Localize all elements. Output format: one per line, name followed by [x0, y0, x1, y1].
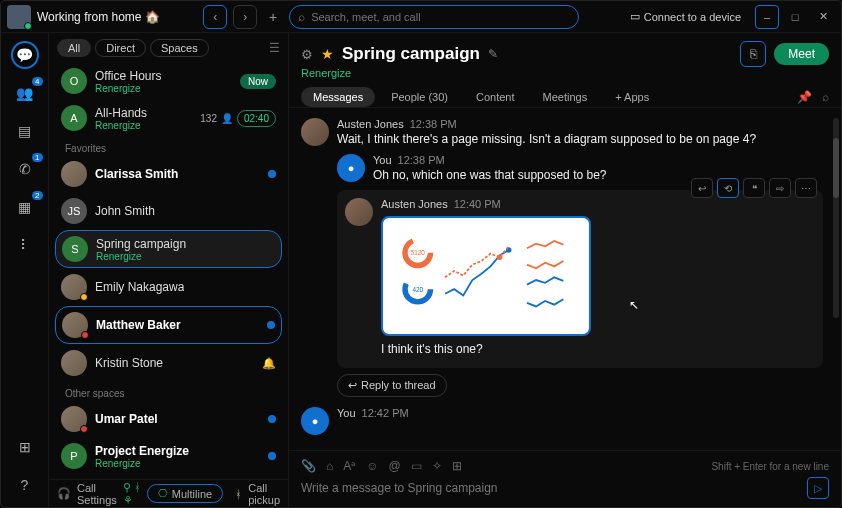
- tab-messages[interactable]: Messages: [301, 87, 375, 107]
- home-icon: 🏠: [145, 10, 160, 24]
- list-title: John Smith: [95, 204, 155, 218]
- emoji-icon[interactable]: ☺: [366, 459, 378, 473]
- scrollbar[interactable]: [833, 118, 839, 318]
- rail-contacts[interactable]: ▤: [11, 117, 39, 145]
- message: Austen Jones12:38 PM Wait, I think there…: [301, 118, 823, 146]
- close-button[interactable]: ✕: [811, 5, 835, 29]
- space-avatar: S: [62, 236, 88, 262]
- list-item[interactable]: Kristin Stone 🔔: [55, 345, 282, 381]
- reaction-forward-icon[interactable]: ⟲: [717, 178, 739, 198]
- global-search[interactable]: ⌕: [289, 5, 579, 29]
- pencil-icon[interactable]: ✎: [488, 47, 498, 61]
- tab-meetings[interactable]: Meetings: [531, 87, 600, 107]
- screenshot-icon[interactable]: ⌂: [326, 459, 333, 473]
- search-input[interactable]: [311, 11, 570, 23]
- list-item[interactable]: Matthew Baker: [55, 306, 282, 344]
- rail-more[interactable]: ⠇: [11, 231, 39, 259]
- app-window: Working from home 🏠 ‹ › + ⌕ ▭ Connect to…: [0, 0, 842, 508]
- bitmoji-icon[interactable]: ✧: [432, 459, 442, 473]
- connect-device-button[interactable]: ▭ Connect to a device: [622, 10, 749, 23]
- top-bar: Working from home 🏠 ‹ › + ⌕ ▭ Connect to…: [1, 1, 841, 33]
- list-item[interactable]: S Spring campaign Renergize: [55, 230, 282, 268]
- forward-button[interactable]: ›: [233, 5, 257, 29]
- multiline-button[interactable]: ⎔ Multiline: [147, 484, 223, 503]
- message-avatar[interactable]: [301, 118, 329, 146]
- tab-content[interactable]: Content: [464, 87, 527, 107]
- svg-text:420: 420: [412, 286, 423, 293]
- mouse-cursor: ↖: [629, 298, 639, 312]
- search-in-space-icon[interactable]: ⌕: [822, 90, 829, 104]
- section-other: Other spaces: [55, 382, 282, 401]
- phone-badge: 1: [32, 153, 42, 162]
- filter-icon[interactable]: ☰: [269, 41, 280, 55]
- attach-icon[interactable]: 📎: [301, 459, 316, 473]
- list-title: Project Energize: [95, 444, 189, 458]
- list-item[interactable]: Umar Patel: [55, 401, 282, 437]
- list-title: Office Hours: [95, 69, 161, 83]
- message-avatar[interactable]: [345, 198, 373, 226]
- list-item[interactable]: JS John Smith: [55, 193, 282, 229]
- space-title: Spring campaign: [342, 44, 480, 64]
- composer-input[interactable]: [301, 479, 799, 497]
- reaction-share-icon[interactable]: ⇨: [769, 178, 791, 198]
- minimize-button[interactable]: –: [755, 5, 779, 29]
- filter-direct[interactable]: Direct: [95, 39, 146, 57]
- message: ● You12:42 PM: [301, 407, 823, 435]
- call-status-icons: ⚲ ᚼ ⚘: [123, 481, 141, 507]
- call-settings-label[interactable]: Call Settings: [77, 482, 117, 506]
- reply-thread-button[interactable]: ↩ Reply to thread: [337, 374, 447, 397]
- filter-spaces[interactable]: Spaces: [150, 39, 209, 57]
- rail-calendar[interactable]: ▦ 2: [11, 193, 39, 221]
- list-item[interactable]: A All-Hands Renergize 132 👤 02:40: [55, 100, 282, 136]
- new-button[interactable]: +: [263, 7, 283, 27]
- filter-all[interactable]: All: [57, 39, 91, 57]
- list-item[interactable]: Clarissa Smith: [55, 156, 282, 192]
- rail-messaging[interactable]: 💬: [11, 41, 39, 69]
- space-avatar: O: [61, 68, 87, 94]
- star-icon[interactable]: ★: [321, 46, 334, 62]
- mention-icon[interactable]: @: [389, 459, 401, 473]
- reaction-more-icon[interactable]: ⋯: [795, 178, 817, 198]
- reaction-reply-icon[interactable]: ↩: [691, 178, 713, 198]
- rail-help[interactable]: ?: [11, 471, 39, 499]
- user-avatar[interactable]: [7, 5, 31, 29]
- person-avatar: [61, 161, 87, 187]
- rail-teams[interactable]: 👥 4: [11, 79, 39, 107]
- copy-link-button[interactable]: ⎘: [740, 41, 766, 67]
- now-badge: Now: [240, 74, 276, 89]
- chat-icon: 💬: [16, 47, 33, 63]
- apps-compose-icon[interactable]: ⊞: [452, 459, 462, 473]
- pin-icon[interactable]: 📌: [797, 90, 812, 104]
- list-item[interactable]: Emily Nakagawa: [55, 269, 282, 305]
- reply-label: Reply to thread: [361, 379, 436, 392]
- chart-attachment[interactable]: 5120 420: [381, 216, 591, 336]
- rail-calling[interactable]: ✆ 1: [11, 155, 39, 183]
- format-icon[interactable]: Aᵃ: [343, 459, 356, 473]
- message-avatar[interactable]: ●: [301, 407, 329, 435]
- time-badge: 02:40: [237, 110, 276, 127]
- reaction-quote-icon[interactable]: ❝: [743, 178, 765, 198]
- scroll-thumb[interactable]: [833, 138, 839, 198]
- user-status[interactable]: Working from home 🏠: [37, 10, 160, 24]
- meet-button[interactable]: Meet: [774, 43, 829, 65]
- message-text: Wait, I think there's a page missing. Is…: [337, 132, 823, 146]
- thread: ● You12:38 PM Oh no, which one was that …: [337, 154, 823, 397]
- tab-people[interactable]: People (30): [379, 87, 460, 107]
- call-pickup-label[interactable]: Call pickup: [248, 482, 280, 506]
- rail-apps[interactable]: ⊞: [11, 433, 39, 461]
- space-avatar: P: [61, 443, 87, 469]
- list-item[interactable]: O Office Hours Renergize Now: [55, 63, 282, 99]
- back-button[interactable]: ‹: [203, 5, 227, 29]
- gear-icon[interactable]: ⚙: [301, 47, 313, 62]
- send-button[interactable]: ▷: [807, 477, 829, 499]
- message-list[interactable]: Austen Jones12:38 PM Wait, I think there…: [289, 108, 841, 450]
- person-avatar: JS: [61, 198, 87, 224]
- gif-icon[interactable]: ▭: [411, 459, 422, 473]
- message-avatar[interactable]: ●: [337, 154, 365, 182]
- maximize-button[interactable]: □: [783, 5, 807, 29]
- unread-dot: [267, 321, 275, 329]
- tab-apps[interactable]: + Apps: [603, 87, 661, 107]
- list-item[interactable]: P Project Energize Renergize: [55, 438, 282, 474]
- person-avatar: [62, 312, 88, 338]
- calendar-badge: 2: [32, 191, 42, 200]
